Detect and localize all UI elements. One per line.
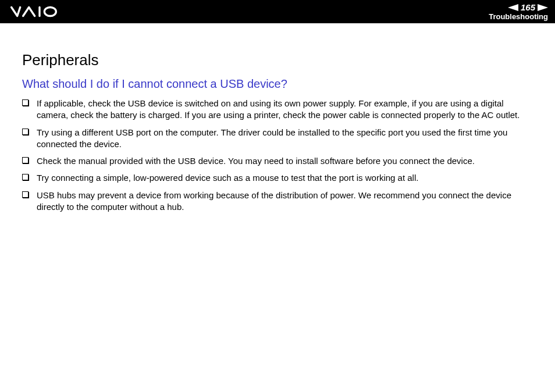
vaio-logo xyxy=(10,6,69,17)
page-number: 165 xyxy=(521,3,535,12)
svg-point-1 xyxy=(44,8,56,16)
list-item: Check the manual provided with the USB d… xyxy=(22,155,536,167)
list-item: Try connecting a simple, low-powered dev… xyxy=(22,172,536,184)
bullet-icon xyxy=(22,174,29,180)
bullet-icon xyxy=(22,129,29,135)
bullet-icon xyxy=(22,157,29,163)
bullet-icon xyxy=(22,191,29,198)
bullet-text: If applicable, check the USB device is s… xyxy=(37,98,536,122)
header-bar: 165 Troubleshooting xyxy=(0,0,555,23)
bullet-text: Try using a different USB port on the co… xyxy=(37,127,536,151)
section-label: Troubleshooting xyxy=(489,13,548,20)
bullet-list: If applicable, check the USB device is s… xyxy=(22,98,536,213)
list-item: If applicable, check the USB device is s… xyxy=(22,98,536,122)
page-nav: 165 xyxy=(508,3,548,12)
header-right: 165 Troubleshooting xyxy=(489,3,548,20)
list-item: Try using a different USB port on the co… xyxy=(22,127,536,151)
bullet-icon xyxy=(22,99,29,106)
page-subtitle: What should I do if I cannot connect a U… xyxy=(22,77,536,91)
prev-page-arrow-icon[interactable] xyxy=(508,4,518,11)
list-item: USB hubs may prevent a device from worki… xyxy=(22,190,536,213)
page-content: Peripherals What should I do if I cannot… xyxy=(0,23,555,213)
bullet-text: USB hubs may prevent a device from worki… xyxy=(37,190,536,213)
bullet-text: Try connecting a simple, low-powered dev… xyxy=(37,172,536,184)
page-title: Peripherals xyxy=(22,51,536,69)
bullet-text: Check the manual provided with the USB d… xyxy=(37,155,536,167)
next-page-arrow-icon[interactable] xyxy=(538,4,548,11)
